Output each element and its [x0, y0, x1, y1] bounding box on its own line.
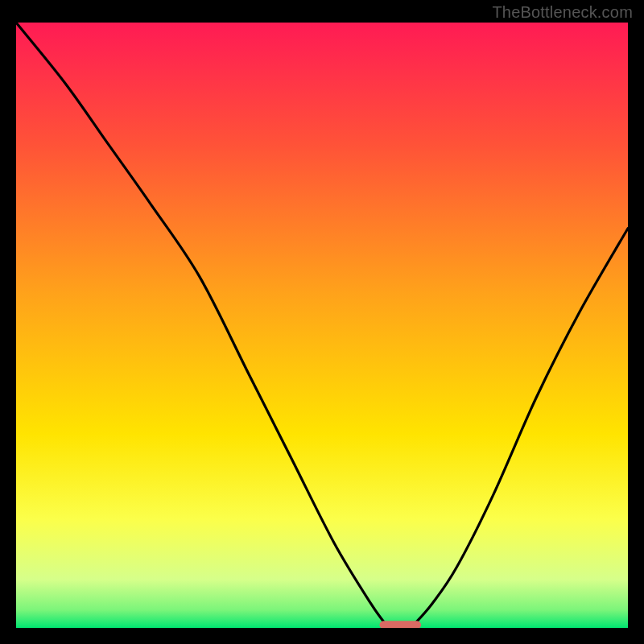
- gradient-background: [16, 23, 628, 628]
- chart-frame: TheBottleneck.com: [0, 0, 644, 644]
- chart-svg: [16, 23, 628, 628]
- watermark-text: TheBottleneck.com: [492, 3, 633, 22]
- plot-area: [16, 23, 628, 628]
- minimum-marker: [379, 621, 421, 628]
